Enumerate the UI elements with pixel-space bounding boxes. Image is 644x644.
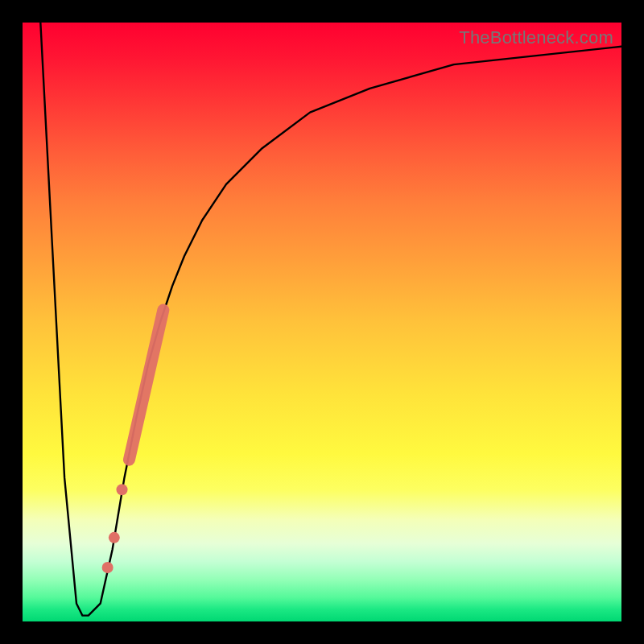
plot-area: TheBottleneck.com [23,23,621,621]
highlight-dot [102,562,114,573]
highlight-ribbon [129,310,163,460]
highlight-dots [102,484,128,573]
chart-frame: TheBottleneck.com [0,0,644,644]
highlight-dot [109,532,120,543]
bottleneck-curve [40,23,621,616]
curve-overlay [23,23,621,621]
highlight-dot [117,484,128,495]
